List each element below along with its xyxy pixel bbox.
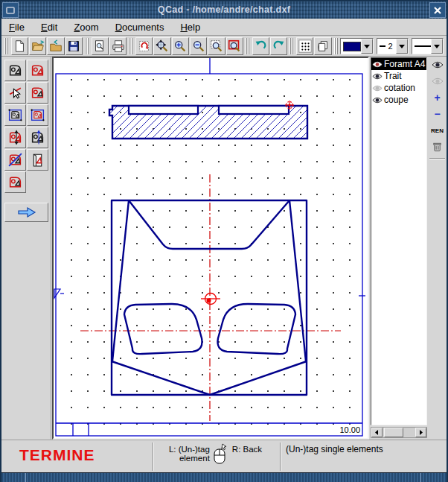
redo-icon — [272, 39, 287, 54]
tag-double-icon — [7, 174, 23, 190]
tag-window-button[interactable] — [4, 104, 26, 126]
grid-icon — [298, 39, 313, 54]
menu-zoom[interactable]: Zoom — [74, 22, 98, 33]
invert-tag-button[interactable] — [4, 127, 26, 148]
grid-toggle-button[interactable] — [296, 37, 313, 55]
grid-spacing-label: 10.00 — [339, 425, 360, 434]
zoom-previous-icon — [227, 39, 242, 54]
menu-file[interactable]: File — [9, 22, 25, 33]
layer-row-format[interactable]: Foramt A4 — [371, 58, 426, 70]
tag-contour-button[interactable] — [27, 60, 48, 81]
trash-icon — [432, 141, 443, 153]
layer-list[interactable]: Foramt A4 Trait cotation — [371, 57, 427, 425]
menu-documents[interactable]: Documents — [115, 22, 164, 33]
scroll-left-button[interactable] — [371, 428, 383, 437]
resize-handle-divider — [420, 473, 421, 482]
line-width-dropdown-button[interactable] — [396, 39, 408, 54]
untag-contour-button[interactable] — [27, 82, 48, 104]
new-file-button[interactable] — [11, 37, 28, 55]
zoom-in-button[interactable] — [172, 37, 189, 55]
close-button[interactable] — [429, 2, 446, 18]
line-style-dropdown-button[interactable] — [431, 39, 443, 54]
undo-button[interactable] — [252, 37, 269, 55]
drawing-canvas[interactable]: 10.00 — [52, 57, 369, 440]
color-combo[interactable] — [340, 38, 374, 54]
panel-separator — [429, 158, 445, 159]
window-resize-bar[interactable] — [1, 472, 447, 482]
line-width-value: 2 — [388, 42, 392, 51]
print-button[interactable] — [109, 37, 127, 55]
toolbar-handle[interactable] — [246, 38, 251, 54]
zoom-autofit-icon — [155, 39, 170, 54]
scrollbar-thumb[interactable] — [384, 428, 403, 437]
toolbar-handle[interactable] — [129, 38, 134, 54]
layer-browser-icon — [316, 39, 330, 54]
zoom-previous-button[interactable] — [226, 37, 243, 55]
show-layer-button[interactable] — [429, 58, 446, 72]
zoom-autofit-button[interactable] — [153, 37, 170, 55]
rename-layer-button[interactable]: REN — [429, 124, 446, 137]
mode-label: TERMINE — [19, 446, 95, 464]
line-width-combo[interactable]: 2 — [377, 38, 409, 54]
save-file-button[interactable] — [65, 37, 83, 55]
proceed-button[interactable] — [4, 203, 48, 222]
tag-window-icon — [7, 107, 23, 123]
main-toolbar: 2 — [1, 37, 447, 57]
untag-pick-button[interactable] — [4, 82, 26, 104]
left-mouse-hint-line2: element — [169, 454, 210, 463]
layer-panel: Foramt A4 Trait cotation — [369, 57, 447, 440]
layer-name: coupe — [384, 95, 409, 105]
menu-help[interactable]: Help — [180, 22, 200, 33]
zoom-out-button[interactable] — [190, 37, 207, 55]
layer-name: cotation — [384, 83, 415, 93]
layer-buttons-column: + − REN — [429, 58, 446, 438]
toolbar-separator — [85, 38, 90, 54]
layer-row-cotation[interactable]: cotation — [371, 82, 426, 94]
hide-layer-button[interactable] — [429, 74, 446, 88]
remove-layer-button[interactable]: − — [429, 107, 446, 121]
close-file-button[interactable] — [47, 37, 64, 55]
open-file-button[interactable] — [29, 37, 46, 55]
line-style-combo[interactable] — [412, 38, 444, 54]
tag-layer-icon — [30, 152, 45, 168]
invert-tag-range-button[interactable] — [27, 127, 48, 148]
chevron-down-icon — [434, 45, 440, 48]
tag-double-button[interactable] — [4, 171, 26, 193]
menu-bar: File Edit Zoom Documents Help — [1, 19, 447, 36]
arrow-right-icon — [418, 430, 423, 435]
mouse-hint: L: (Un-)tag element R: Back — [154, 443, 277, 472]
zoom-out-icon — [191, 39, 206, 54]
cad-drawing — [54, 58, 368, 438]
center-mark — [201, 294, 220, 305]
color-combo-dropdown-button[interactable] — [361, 39, 373, 54]
delete-layer-button[interactable] — [429, 140, 446, 153]
toolbar-handle[interactable] — [289, 38, 295, 54]
tag-layer-button[interactable] — [27, 149, 48, 171]
zoom-window-button[interactable] — [208, 37, 225, 55]
layer-browser-toggle-button[interactable] — [314, 37, 331, 55]
toolbar-handle[interactable] — [4, 38, 10, 54]
untag-window-icon — [30, 107, 45, 123]
layer-row-trait[interactable]: Trait — [371, 70, 426, 82]
redraw-button[interactable] — [135, 37, 153, 55]
add-layer-button[interactable]: + — [429, 91, 446, 104]
untag-all-button[interactable] — [4, 149, 26, 171]
tag-element-button[interactable] — [4, 60, 26, 81]
scroll-right-button[interactable] — [415, 428, 426, 437]
layer-list-scrollbar[interactable] — [371, 427, 427, 438]
title-bar[interactable]: QCad - /home/andre/chat.dxf — [1, 1, 447, 19]
redo-button[interactable] — [270, 37, 287, 55]
tag-element-icon — [7, 63, 23, 78]
print-preview-button[interactable] — [92, 37, 109, 55]
menu-edit[interactable]: Edit — [41, 22, 57, 33]
resize-handle-divider — [25, 473, 26, 482]
mouse-icon — [213, 443, 229, 466]
toolbar-handle[interactable] — [334, 38, 339, 54]
zoom-in-icon — [173, 39, 188, 54]
layer-row-coupe[interactable]: coupe — [371, 94, 426, 106]
invert-tag-range-icon — [30, 130, 45, 145]
line-style-glyph — [415, 45, 431, 47]
qcad-window: QCad - /home/andre/chat.dxf File Edit Zo… — [0, 0, 448, 482]
redraw-icon — [137, 39, 152, 54]
untag-window-button[interactable] — [27, 104, 48, 126]
